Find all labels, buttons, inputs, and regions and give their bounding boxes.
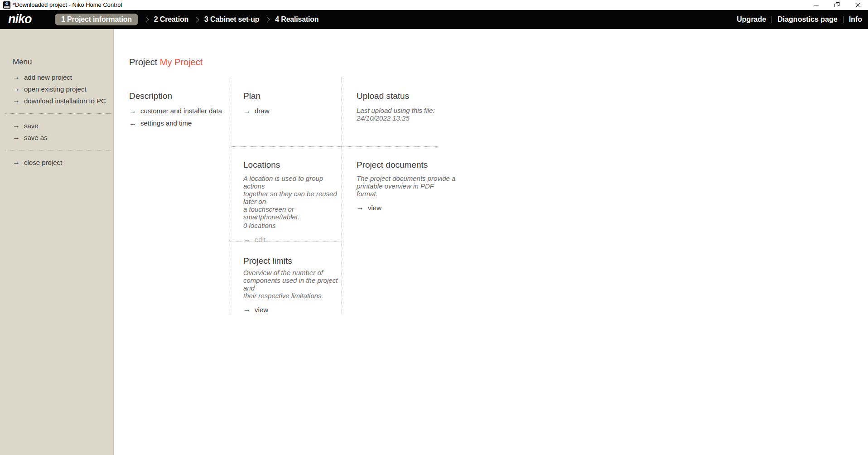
column-divider <box>342 77 342 314</box>
sidebar-item-save-as[interactable]: → save as <box>0 131 113 143</box>
niko-app-icon <box>3 1 10 9</box>
tab-project-information[interactable]: 1 Project information <box>55 14 138 25</box>
sidebar-item-label: add new project <box>24 73 72 81</box>
nav-utility-links: Upgrade Diagnostics page Info <box>737 10 862 29</box>
project-name: My Project <box>160 57 203 67</box>
arrow-right-icon: → <box>13 97 20 104</box>
section-description: Description → customer and installer dat… <box>129 91 230 129</box>
tab-cabinet-setup[interactable]: 3 Cabinet set-up <box>204 14 259 25</box>
project-limits-description: Overview of the number of components use… <box>243 269 341 300</box>
view-project-limits-link[interactable]: → view <box>243 305 341 314</box>
arrow-right-icon: → <box>129 107 136 115</box>
section-project-limits: Project limits Overview of the number of… <box>243 256 341 314</box>
arrow-right-icon: → <box>129 120 136 127</box>
section-project-documents: Project documents The project documents … <box>357 160 456 212</box>
arrow-right-icon: → <box>243 236 251 243</box>
section-heading: Project documents <box>357 160 456 170</box>
link-label: settings and time <box>140 119 192 127</box>
sidebar-menu: Menu → add new project → open existing p… <box>0 29 114 455</box>
window-title: *Downloaded project - Niko Home Control <box>13 0 122 10</box>
diagnostics-page-link[interactable]: Diagnostics page <box>777 15 837 24</box>
arrow-right-icon: → <box>13 85 20 92</box>
menu-group-save: → save → save as <box>0 120 113 143</box>
nav-separator <box>772 16 772 23</box>
section-plan: Plan → draw <box>243 91 334 117</box>
niko-logo: niko <box>8 12 32 26</box>
nav-separator <box>843 16 844 23</box>
section-heading: Upload status <box>357 91 454 101</box>
draw-link[interactable]: → draw <box>243 105 334 117</box>
arrow-right-icon: → <box>243 107 251 115</box>
sidebar-item-label: open existing project <box>24 85 87 93</box>
menu-group-close: → close project <box>0 156 113 168</box>
sidebar-item-close-project[interactable]: → close project <box>0 156 113 168</box>
window-controls <box>805 0 868 10</box>
sidebar-divider <box>5 150 111 150</box>
restore-button[interactable] <box>826 0 847 10</box>
arrow-right-icon: → <box>13 159 20 166</box>
menu-group-project: → add new project → open existing projec… <box>0 71 113 106</box>
niko-app-icon-dot <box>5 2 8 5</box>
sidebar-item-label: save <box>24 122 39 130</box>
top-nav-bar: niko 1 Project information 2 Creation 3 … <box>0 10 868 29</box>
tab-realisation[interactable]: 4 Realisation <box>275 14 318 25</box>
menu-heading: Menu <box>0 29 113 67</box>
link-label: customer and installer data <box>140 107 222 115</box>
minimize-button[interactable] <box>805 0 826 10</box>
upgrade-link[interactable]: Upgrade <box>737 15 766 24</box>
chevron-right-icon <box>264 17 270 23</box>
info-link[interactable]: Info <box>849 15 862 24</box>
edit-locations-link[interactable]: → edit <box>243 235 338 244</box>
chevron-right-icon <box>193 17 199 23</box>
sidebar-item-open-existing-project[interactable]: → open existing project <box>0 83 113 95</box>
chevron-right-icon <box>143 17 149 23</box>
wizard-steps: 1 Project information 2 Creation 3 Cabin… <box>55 10 318 29</box>
sidebar-item-label: download installation to PC <box>24 97 106 105</box>
close-button[interactable] <box>847 0 868 10</box>
title-bar: *Downloaded project - Niko Home Control <box>0 0 868 10</box>
last-upload-note: Last upload using this file: 24/10/2022 … <box>357 106 454 122</box>
page-title-prefix: Project <box>129 57 160 67</box>
section-heading: Project limits <box>243 256 341 266</box>
locations-description: A location is used to group actions toge… <box>243 174 338 221</box>
section-heading: Plan <box>243 91 334 101</box>
sidebar-item-label: save as <box>24 134 48 141</box>
niko-home-control-window: *Downloaded project - Niko Home Control … <box>0 0 868 455</box>
arrow-right-icon: → <box>357 204 364 211</box>
section-locations: Locations A location is used to group ac… <box>243 160 338 244</box>
section-heading: Description <box>129 91 230 101</box>
sidebar-item-download-installation[interactable]: → download installation to PC <box>0 95 113 106</box>
section-heading: Locations <box>243 160 338 170</box>
row-divider <box>230 146 437 147</box>
sidebar-item-label: close project <box>24 159 62 166</box>
link-label: edit <box>255 236 265 243</box>
link-label: view <box>255 306 268 314</box>
project-documents-description: The project documents provide a printabl… <box>357 174 456 198</box>
arrow-right-icon: → <box>13 134 20 141</box>
arrow-right-icon: → <box>13 73 20 81</box>
link-label: draw <box>255 107 270 115</box>
page-title: Project My Project <box>129 57 203 68</box>
minimize-icon <box>814 5 819 5</box>
link-label: view <box>368 204 381 212</box>
column-divider <box>230 77 230 314</box>
tab-creation[interactable]: 2 Creation <box>154 14 188 25</box>
locations-count: 0 locations <box>243 222 338 229</box>
niko-app-icon-wordmark <box>4 6 10 8</box>
view-project-documents-link[interactable]: → view <box>357 203 456 212</box>
section-upload-status: Upload status Last upload using this fil… <box>357 91 454 122</box>
sidebar-item-save[interactable]: → save <box>0 120 113 131</box>
main-content: Project My Project Description → custome… <box>115 29 868 455</box>
sidebar-divider <box>5 113 111 114</box>
settings-and-time-link[interactable]: → settings and time <box>129 117 230 129</box>
sidebar-item-add-new-project[interactable]: → add new project <box>0 71 113 83</box>
arrow-right-icon: → <box>13 122 20 129</box>
arrow-right-icon: → <box>243 306 251 313</box>
customer-and-installer-data-link[interactable]: → customer and installer data <box>129 105 230 117</box>
